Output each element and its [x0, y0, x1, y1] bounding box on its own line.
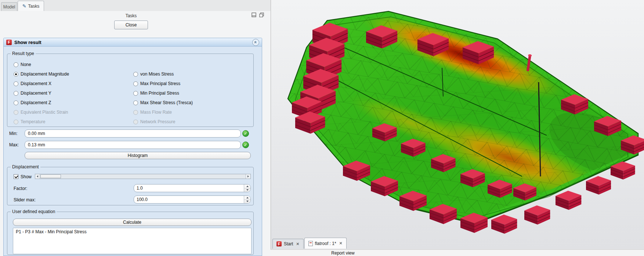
radio-max-principal-stress[interactable]: Max Principal Stress	[133, 80, 180, 87]
radio-circle	[14, 91, 18, 96]
radio-equivalent-plastic-strain: Equivalent Plastic Strain	[14, 109, 68, 116]
radio-displacement-y[interactable]: Displacement Y	[14, 90, 51, 96]
displacement-legend: Displacement	[11, 164, 40, 170]
tasks-tab-label: Tasks	[28, 4, 40, 9]
3d-scene	[271, 0, 644, 249]
slider-right-arrow-icon[interactable]	[246, 174, 250, 179]
radio-displacement-magnitude[interactable]: Displacement Magnitude	[14, 71, 69, 77]
spin-up-button[interactable]	[244, 184, 250, 189]
pen-icon: ✎	[22, 4, 26, 8]
top-tab-model[interactable]: Model	[1, 2, 17, 11]
radio-circle	[14, 72, 18, 77]
slider-max-input[interactable]	[134, 196, 244, 203]
document-icon	[308, 241, 313, 246]
equation-legend: User defined equation	[11, 209, 57, 215]
max-valid-check-icon: ✓	[242, 142, 249, 148]
radio-von-mises-stress[interactable]: von Mises Stress	[133, 71, 174, 77]
radio-circle	[133, 100, 138, 105]
slider-max-label: Slider max:	[14, 197, 36, 202]
radio-network-pressure: Network Pressure	[133, 118, 175, 125]
doc-tab-start[interactable]: F Start ✕	[272, 239, 304, 249]
factor-spinbox	[134, 184, 251, 192]
radio-circle	[133, 120, 138, 124]
equation-textarea[interactable]: P1 - P3 # Max - Min Principal Stress	[13, 228, 252, 254]
slider-handle[interactable]	[40, 175, 61, 178]
radio-circle	[133, 110, 138, 115]
doc-tab-flatroof[interactable]: flatroof : 1* ✕	[304, 238, 347, 249]
radio-circle	[14, 81, 18, 86]
panel-title: Tasks	[0, 13, 262, 18]
histogram-button[interactable]: Histogram	[25, 152, 251, 159]
radio-none[interactable]: None	[14, 61, 31, 68]
radio-circle	[133, 72, 138, 77]
float-window-icon[interactable]	[259, 12, 264, 17]
show-result-body: Result type None Displacement Magnitude …	[4, 47, 262, 256]
document-tabbar: F Start ✕ flatroof : 1* ✕	[272, 237, 347, 249]
factor-label: Factor:	[14, 186, 27, 191]
displacement-slider[interactable]	[35, 174, 251, 179]
radio-displacement-z[interactable]: Displacement Z	[14, 99, 51, 106]
freecad-icon: F	[6, 40, 12, 45]
spin-down-button[interactable]	[244, 200, 250, 204]
min-valid-check-icon: ✓	[242, 130, 249, 137]
show-checkbox[interactable]	[14, 174, 18, 179]
show-result-section: F Show result « Result type None Displac…	[3, 38, 262, 256]
spin-up-button[interactable]	[244, 196, 250, 200]
calculate-button[interactable]: Calculate	[13, 219, 252, 226]
min-input[interactable]	[25, 129, 241, 138]
factor-input[interactable]	[134, 184, 244, 192]
radio-temperature: Temperature	[14, 118, 45, 125]
dock-icon[interactable]	[252, 12, 256, 17]
radio-max-shear-stress[interactable]: Max Shear Stress (Tresca)	[133, 99, 193, 106]
show-result-title: Show result	[14, 40, 250, 45]
radio-displacement-x[interactable]: Displacement X	[14, 80, 51, 87]
freecad-icon: F	[276, 241, 282, 246]
max-label: Max:	[9, 142, 19, 147]
radio-mass-flow-rate: Mass Flow Rate	[133, 109, 172, 116]
radio-min-principal-stress[interactable]: Min Principal Stress	[133, 90, 179, 96]
top-tab-tasks[interactable]: ✎ Tasks	[18, 1, 44, 11]
report-view-titlebar: Report view	[271, 249, 644, 256]
radio-circle	[14, 120, 18, 124]
close-button[interactable]: Close	[114, 21, 148, 29]
radio-circle	[133, 91, 138, 96]
tasks-panel: Model ✎ Tasks Tasks Close F Show resul	[0, 0, 271, 256]
slider-left-arrow-icon[interactable]	[35, 174, 40, 179]
radio-circle	[14, 100, 18, 105]
min-label: Min:	[9, 131, 18, 136]
slider-max-spinbox	[134, 195, 251, 204]
show-result-header[interactable]: F Show result «	[4, 38, 262, 47]
close-tab-icon[interactable]: ✕	[296, 242, 299, 246]
close-tab-icon[interactable]: ✕	[339, 241, 343, 246]
show-label: Show	[21, 174, 32, 179]
report-view-title: Report view	[331, 250, 354, 256]
result-type-legend: Result type	[11, 51, 36, 56]
spin-down-button[interactable]	[244, 189, 250, 192]
radio-circle	[133, 81, 138, 86]
3d-viewport[interactable]: F Start ✕ flatroof : 1* ✕	[271, 0, 644, 249]
collapse-section-icon[interactable]: «	[252, 39, 259, 46]
max-input[interactable]	[25, 141, 241, 149]
panel-titlebar: Tasks	[0, 11, 271, 20]
radio-circle	[14, 110, 18, 115]
radio-circle	[14, 62, 18, 67]
workbench-tabbar: Model ✎ Tasks	[0, 0, 271, 11]
model-tab-label: Model	[3, 4, 15, 10]
